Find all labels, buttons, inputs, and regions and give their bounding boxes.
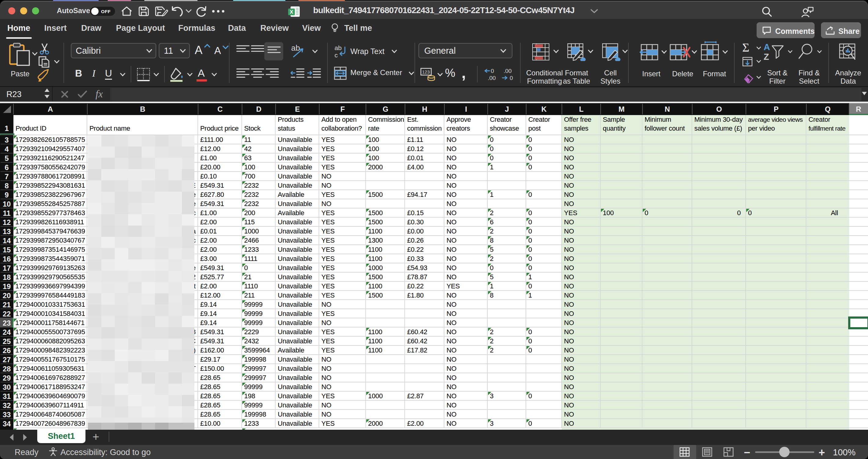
svg-text:X: X xyxy=(290,9,293,15)
svg-text:c: c xyxy=(335,52,338,59)
svg-text:123: 123 xyxy=(422,69,430,74)
svg-text:0: 0 xyxy=(491,68,494,74)
svg-text:0: 0 xyxy=(510,75,513,81)
svg-text:ab: ab xyxy=(335,44,342,51)
svg-text:.00: .00 xyxy=(488,75,496,81)
svg-text:.00: .00 xyxy=(504,68,512,74)
svg-text:ab: ab xyxy=(291,43,300,53)
